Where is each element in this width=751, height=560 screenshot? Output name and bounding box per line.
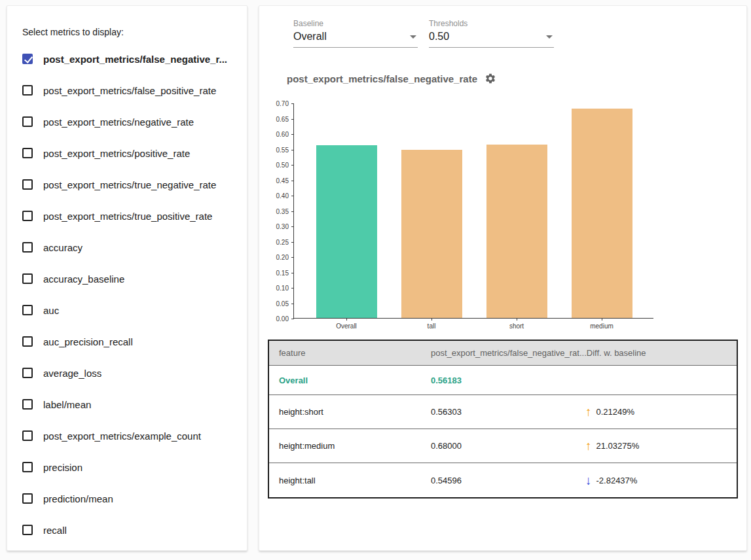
metric-list-item[interactable]: post_export_metrics/negative_rate — [22, 106, 242, 137]
table-header-feature: feature — [269, 348, 431, 358]
metric-label: post_export_metrics/true_negative_rate — [43, 179, 216, 190]
table-cell-feature: height:tall — [269, 476, 431, 485]
y-axis-tick-mark — [291, 165, 294, 166]
metric-label: average_loss — [43, 368, 101, 379]
checkbox-unchecked-icon[interactable] — [22, 525, 33, 535]
metric-list-item[interactable]: auc — [22, 294, 242, 326]
checkbox-checked-icon[interactable] — [22, 54, 33, 64]
chevron-down-icon — [546, 35, 553, 39]
metric-list-item[interactable]: post_export_metrics/positive_rate — [22, 137, 242, 169]
thresholds-select-label: Thresholds — [429, 19, 554, 28]
x-axis-tick-mark — [431, 318, 432, 321]
table-cell-value: 0.54596 — [431, 476, 585, 485]
metric-list-item[interactable]: post_export_metrics/false_positive_rate — [22, 75, 242, 106]
gear-icon[interactable] — [485, 73, 496, 84]
metrics-table: feature post_export_metrics/false_negati… — [268, 340, 738, 499]
metric-list-item[interactable]: accuracy — [22, 232, 242, 263]
metric-label: precision — [43, 462, 82, 473]
metric-list-item[interactable]: post_export_metrics/true_positive_rate — [22, 200, 242, 232]
table-cell-value: 0.56303 — [431, 407, 585, 417]
y-axis-tick-label: 0.60 — [276, 131, 289, 138]
y-axis-tick-mark — [291, 319, 294, 319]
table-header-row: feature post_export_metrics/false_negati… — [269, 341, 737, 366]
y-axis-tick-label: 0.45 — [276, 177, 289, 184]
metric-label: post_export_metrics/example_count — [43, 430, 201, 442]
y-axis-tick-mark — [291, 226, 294, 227]
checkbox-unchecked-icon[interactable] — [22, 85, 33, 96]
checkbox-unchecked-icon[interactable] — [22, 148, 33, 158]
checkbox-unchecked-icon[interactable] — [22, 116, 33, 127]
y-axis-tick-mark — [291, 150, 294, 150]
diff-percentage: 21.03275% — [596, 441, 640, 451]
chart-title: post_export_metrics/false_negative_rate — [287, 73, 477, 84]
metric-list-item[interactable]: precision — [22, 451, 242, 483]
y-axis-tick-mark — [291, 242, 294, 243]
metric-label: post_export_metrics/false_positive_rate — [43, 85, 216, 96]
checkbox-unchecked-icon[interactable] — [22, 211, 33, 221]
diff-percentage: 0.21249% — [596, 407, 635, 417]
metric-list-item[interactable]: accuracy_baseline — [22, 263, 242, 294]
checkbox-unchecked-icon[interactable] — [22, 368, 33, 378]
results-panel: Baseline Overall Thresholds 0.50 post_ex… — [259, 5, 747, 551]
y-axis-tick-mark — [291, 288, 294, 289]
metric-label: auc — [43, 305, 59, 316]
metric-list-item[interactable]: average_loss — [22, 357, 242, 389]
y-axis-tick-mark — [291, 196, 294, 196]
bar-overall[interactable] — [316, 145, 377, 318]
x-axis-tick-label: Overall — [336, 323, 357, 330]
metric-selector-title: Select metrics to display: — [22, 27, 124, 37]
y-axis-tick-label: 0.25 — [276, 238, 289, 245]
metric-label: post_export_metrics/true_positive_rate — [43, 211, 212, 222]
checkbox-unchecked-icon[interactable] — [22, 462, 33, 472]
metric-list-item[interactable]: prediction/mean — [22, 483, 242, 514]
baseline-select-label: Baseline — [293, 19, 418, 28]
table-header-diff: Diff. w. baseline — [587, 348, 737, 358]
y-axis-tick-label: 0.40 — [276, 192, 289, 200]
checkbox-unchecked-icon[interactable] — [22, 493, 33, 504]
diff-percentage: -2.82437% — [596, 476, 638, 485]
y-axis-tick-label: 0.15 — [276, 269, 289, 276]
metric-label: recall — [43, 525, 67, 536]
table-row: height:tall0.54596↓-2.82437% — [269, 463, 737, 497]
metric-label: auc_precision_recall — [43, 336, 133, 347]
x-axis-tick-mark — [517, 318, 517, 321]
y-axis-tick-label: 0.20 — [276, 254, 289, 261]
y-axis-tick-label: 0.05 — [276, 300, 289, 307]
table-header-metric: post_export_metrics/false_negative_rat..… — [431, 348, 587, 358]
metric-label: accuracy — [43, 242, 82, 253]
checkbox-unchecked-icon[interactable] — [22, 273, 33, 284]
metric-list: post_export_metrics/false_negative_r...p… — [22, 43, 242, 546]
checkbox-unchecked-icon[interactable] — [22, 305, 33, 315]
table-cell-diff: ↑0.21249% — [585, 406, 737, 418]
metric-label: label/mean — [43, 399, 91, 410]
x-axis-tick-label: medium — [590, 323, 614, 330]
metric-list-item[interactable]: post_export_metrics/example_count — [22, 420, 242, 451]
metric-list-item[interactable]: post_export_metrics/true_negative_rate — [22, 169, 242, 200]
metric-label: post_export_metrics/false_negative_r... — [43, 54, 227, 65]
checkbox-unchecked-icon[interactable] — [22, 336, 33, 347]
metric-label: post_export_metrics/negative_rate — [43, 116, 194, 128]
thresholds-select[interactable]: Thresholds 0.50 — [429, 19, 554, 48]
bar-medium[interactable] — [572, 109, 632, 318]
table-row: height:medium0.68000↑21.03275% — [269, 429, 737, 463]
y-axis-tick-label: 0.35 — [276, 207, 289, 215]
checkbox-unchecked-icon[interactable] — [22, 430, 33, 441]
y-axis-tick-label: 0.55 — [276, 146, 289, 153]
up-arrow-icon: ↑ — [585, 440, 592, 452]
metric-list-item[interactable]: label/mean — [22, 389, 242, 420]
metric-list-item[interactable]: post_export_metrics/false_negative_r... — [22, 43, 242, 75]
metric-list-item[interactable]: auc_precision_recall — [22, 326, 242, 357]
up-arrow-icon: ↑ — [585, 406, 592, 418]
y-axis-tick-mark — [291, 119, 294, 120]
checkbox-unchecked-icon[interactable] — [22, 179, 33, 190]
metric-list-item[interactable]: recall — [22, 514, 242, 546]
bar-tall[interactable] — [401, 150, 462, 318]
y-axis-tick-mark — [291, 134, 294, 135]
y-axis-tick-mark — [291, 103, 294, 104]
checkbox-unchecked-icon[interactable] — [22, 242, 33, 253]
checkbox-unchecked-icon[interactable] — [22, 399, 33, 410]
x-axis-tick-mark — [602, 318, 602, 321]
down-arrow-icon: ↓ — [585, 474, 592, 487]
baseline-select[interactable]: Baseline Overall — [293, 19, 418, 48]
bar-short[interactable] — [486, 145, 547, 318]
